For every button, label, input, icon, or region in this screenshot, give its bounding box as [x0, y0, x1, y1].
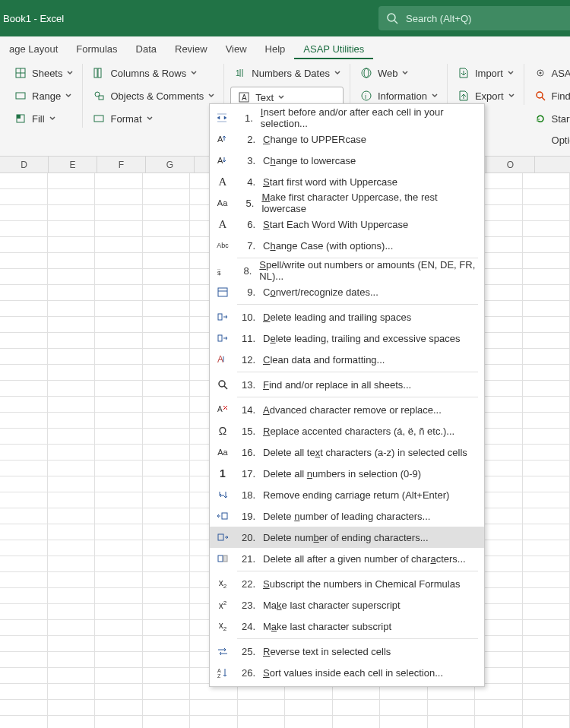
cell[interactable]	[95, 189, 143, 205]
column-header[interactable]: E	[49, 157, 97, 173]
cell[interactable]	[48, 189, 96, 205]
cell[interactable]	[0, 652, 48, 668]
columns-rows-button[interactable]: Columns & Rows	[89, 64, 217, 82]
cell[interactable]	[0, 317, 48, 333]
cell[interactable]	[95, 381, 143, 397]
cell[interactable]	[48, 173, 96, 189]
cell[interactable]	[143, 652, 191, 668]
cell[interactable]	[143, 461, 191, 476]
cell[interactable]	[48, 476, 96, 492]
cell[interactable]	[95, 652, 143, 668]
cell[interactable]	[95, 365, 143, 381]
cell[interactable]	[48, 221, 96, 237]
cell[interactable]	[523, 556, 571, 572]
grid-row[interactable]	[0, 700, 570, 716]
cell[interactable]	[95, 476, 143, 492]
cell[interactable]	[143, 524, 191, 540]
cell[interactable]	[380, 716, 428, 728]
cell[interactable]	[143, 237, 191, 253]
cell[interactable]	[143, 476, 191, 492]
objects-comments-button[interactable]: Objects & Comments	[89, 87, 217, 105]
cell[interactable]	[143, 508, 191, 524]
cell[interactable]	[95, 413, 143, 429]
menu-item[interactable]: 11.Delete leading, trailing and excessiv…	[210, 328, 484, 349]
cell[interactable]	[380, 700, 428, 716]
cell[interactable]	[143, 413, 191, 429]
cell[interactable]	[95, 173, 143, 189]
cell[interactable]	[285, 700, 333, 716]
cell[interactable]	[523, 588, 571, 604]
cell[interactable]	[143, 365, 191, 381]
asap-options-button[interactable]: ASAP Utilities O	[530, 64, 570, 82]
cell[interactable]	[0, 668, 48, 684]
menu-item[interactable]: Abc7.Change Case (with options)...	[210, 235, 484, 256]
cell[interactable]	[0, 461, 48, 476]
menu-item[interactable]: A2.Change to UPPERcase	[210, 128, 484, 150]
menu-item[interactable]: 18.Remove ending carriage return (Alt+En…	[210, 484, 484, 505]
cell[interactable]	[95, 668, 143, 684]
cell[interactable]	[48, 588, 96, 604]
cell[interactable]	[48, 365, 96, 381]
cell[interactable]	[95, 604, 143, 620]
cell[interactable]	[523, 445, 571, 461]
cell[interactable]	[0, 540, 48, 556]
cell[interactable]	[143, 556, 191, 572]
cell[interactable]	[143, 205, 191, 221]
cell[interactable]	[0, 636, 48, 652]
cell[interactable]	[48, 237, 96, 253]
cell[interactable]	[523, 524, 571, 540]
export-button[interactable]: Export	[454, 87, 518, 105]
cell[interactable]	[523, 461, 571, 476]
menu-item[interactable]: 13.Find and/or replace in all sheets...	[210, 374, 484, 395]
cell[interactable]	[523, 476, 571, 492]
cell[interactable]	[0, 524, 48, 540]
cell[interactable]	[523, 492, 571, 508]
cell[interactable]	[523, 413, 571, 429]
cell[interactable]	[48, 508, 96, 524]
format-button[interactable]: Format	[89, 109, 217, 128]
cell[interactable]	[48, 333, 96, 349]
cell[interactable]	[0, 492, 48, 508]
menu-item[interactable]: x223.Make last character superscript	[210, 594, 484, 616]
cell[interactable]	[48, 301, 96, 317]
cell[interactable]	[95, 524, 143, 540]
cell[interactable]	[285, 716, 333, 728]
cell[interactable]	[143, 173, 191, 189]
cell[interactable]	[428, 700, 476, 716]
menu-item[interactable]: 21.Delete all after a given number of ch…	[210, 548, 484, 569]
menu-item[interactable]: 25.Reverse text in selected cells	[210, 641, 484, 662]
menu-item[interactable]: A4.Start first word with Uppercase	[210, 171, 484, 192]
cell[interactable]	[48, 636, 96, 652]
column-header[interactable]: G	[146, 157, 195, 173]
cell[interactable]	[95, 588, 143, 604]
cell[interactable]	[0, 221, 48, 237]
cell[interactable]	[0, 365, 48, 381]
cell[interactable]	[143, 333, 191, 349]
cell[interactable]	[0, 333, 48, 349]
cell[interactable]	[523, 269, 571, 285]
tab-formulas[interactable]: Formulas	[67, 39, 126, 59]
cell[interactable]	[523, 301, 571, 317]
cell[interactable]	[95, 700, 143, 716]
cell[interactable]	[0, 269, 48, 285]
cell[interactable]	[523, 572, 571, 588]
menu-item[interactable]: AZ26.Sort values inside each cell in sel…	[210, 662, 484, 683]
cell[interactable]	[0, 205, 48, 221]
options-settings-button[interactable]: Options and se	[530, 132, 570, 148]
cell[interactable]	[523, 652, 571, 668]
cell[interactable]	[48, 349, 96, 365]
cell[interactable]	[523, 381, 571, 397]
cell[interactable]	[143, 189, 191, 205]
cell[interactable]	[143, 684, 191, 700]
cell[interactable]	[48, 604, 96, 620]
cell[interactable]	[95, 429, 143, 445]
cell[interactable]	[48, 429, 96, 445]
menu-item[interactable]: A3.Change to lowercase	[210, 150, 484, 171]
cell[interactable]	[523, 317, 571, 333]
cell[interactable]	[523, 397, 571, 413]
cell[interactable]	[143, 221, 191, 237]
menu-item[interactable]: Ω15.Replace accented characters (á, ë, ñ…	[210, 420, 484, 442]
cell[interactable]	[95, 508, 143, 524]
cell[interactable]	[143, 253, 191, 269]
cell[interactable]	[48, 461, 96, 476]
